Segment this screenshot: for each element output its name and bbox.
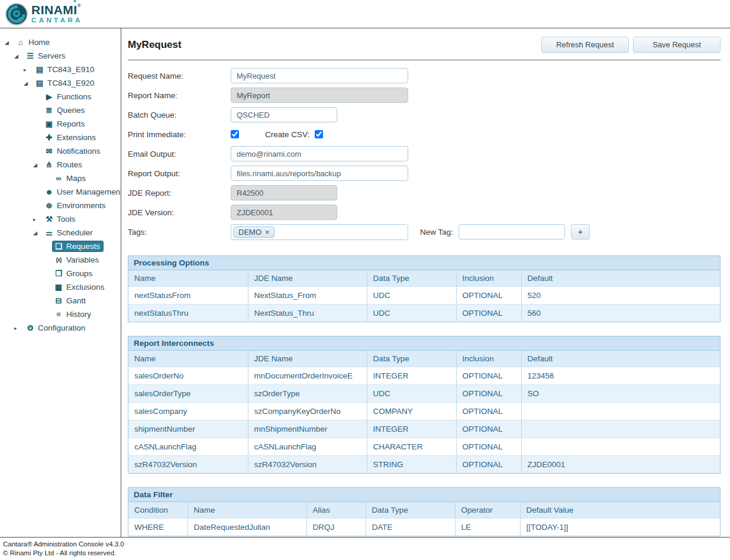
variables-icon: (x) — [53, 257, 64, 263]
sidebar-item-environments[interactable]: ⊕Environments — [0, 199, 121, 212]
table-cell: OPTIONAL — [456, 456, 521, 474]
table-cell: mnShipmentNumber — [248, 420, 367, 438]
configuration-icon: ⚙ — [25, 323, 35, 332]
sidebar-item-configuration[interactable]: ▸⚙Configuration — [0, 321, 121, 335]
table-cell: salesOrderNo — [128, 367, 248, 385]
footer-version: Cantara® Administration Console v4.3.0 — [3, 540, 727, 549]
data-table: ConditionNameAliasData TypeOperatorDefau… — [128, 502, 720, 536]
column-header: Default Value — [520, 502, 720, 519]
refresh-request-button[interactable]: Refresh Request — [541, 37, 629, 53]
sidebar-item-history[interactable]: ≡History — [0, 307, 121, 321]
table-cell: UDC — [367, 287, 456, 305]
collapsed-arrow-icon[interactable]: ▸ — [14, 325, 24, 331]
table-cell: LE — [455, 519, 520, 536]
sidebar-item-label: Gantt — [66, 296, 86, 305]
print-immediate-checkbox[interactable] — [231, 130, 239, 138]
table-cell: cASNLaunchFlag — [248, 438, 367, 456]
sidebar-item-exclusions[interactable]: ▦Exclusions — [0, 280, 121, 294]
email-output-field[interactable] — [231, 146, 408, 161]
sidebar-item-label: Groups — [66, 269, 92, 278]
server-icon: ▤ — [34, 65, 45, 74]
sidebar-item-tc843-e920[interactable]: ◢▤TC843_E920 — [0, 76, 121, 90]
panel-title: Data Filter — [128, 488, 720, 502]
sidebar-item-gantt[interactable]: ⊟Gantt — [0, 294, 121, 307]
table-cell: SO — [521, 385, 720, 403]
sidebar-item-label: Home — [28, 38, 50, 47]
new-tag-field[interactable] — [458, 224, 565, 239]
table-cell: szR47032Version — [128, 456, 248, 474]
new-tag-label: New Tag: — [420, 228, 453, 237]
sidebar-item-label: Notifications — [57, 147, 101, 156]
sidebar-item-label: Requests — [66, 242, 100, 251]
create-csv-label: Create CSV: — [265, 130, 309, 139]
table-cell: szR47032Version — [248, 456, 367, 474]
report-output-field[interactable] — [231, 166, 408, 181]
tags-input[interactable]: DEMO× — [231, 224, 408, 240]
sidebar-item-reports[interactable]: ▣Reports — [0, 117, 121, 131]
table-cell: DRQJ — [306, 519, 366, 536]
table-cell: OPTIONAL — [456, 438, 521, 456]
expanded-arrow-icon[interactable]: ◢ — [5, 40, 14, 46]
sidebar-item-groups[interactable]: ❐Groups — [0, 267, 121, 280]
collapsed-arrow-icon[interactable]: ▸ — [33, 216, 43, 222]
sidebar-item-requests[interactable]: ❏Requests — [0, 239, 121, 253]
expanded-arrow-icon[interactable]: ◢ — [24, 80, 33, 86]
sidebar-item-scheduler[interactable]: ◢⚌Scheduler — [0, 226, 121, 239]
sidebar-item-label: Scheduler — [57, 228, 93, 237]
home-icon: ⌂ — [15, 38, 26, 47]
table-cell: DATE — [366, 519, 455, 536]
table-cell: COMPANY — [367, 403, 456, 420]
table-cell: OPTIONAL — [456, 420, 521, 438]
sidebar-item-label: Tools — [57, 215, 76, 224]
table-cell: OPTIONAL — [456, 367, 521, 385]
expanded-arrow-icon[interactable]: ◢ — [14, 53, 24, 59]
sidebar-item-tools[interactable]: ▸⚒Tools — [0, 212, 121, 226]
table-cell: shipmentNumber — [128, 420, 248, 438]
sidebar-item-variables[interactable]: (x)Variables — [0, 253, 121, 267]
table-row: salesOrderTypeszOrderTypeUDCOPTIONALSO — [128, 385, 720, 403]
panel-title: Report Interconnects — [128, 336, 720, 351]
request-name-field[interactable] — [231, 68, 408, 83]
report-name-label: Report Name: — [128, 91, 231, 100]
sidebar-item-extensions[interactable]: ✚Extensions — [0, 131, 121, 144]
server-icon: ▤ — [34, 79, 45, 88]
sidebar-item-home[interactable]: ◢⌂Home — [0, 35, 121, 49]
sidebar-item-maps[interactable]: ∞Maps — [0, 171, 121, 185]
table-cell: ZJDE0001 — [521, 456, 720, 474]
queries-icon: ≣ — [44, 106, 54, 115]
column-header: Operator — [455, 502, 520, 519]
sidebar-item-queries[interactable]: ≣Queries — [0, 103, 121, 117]
user-management-icon: ☻ — [44, 187, 54, 196]
collapsed-arrow-icon[interactable]: ▸ — [24, 67, 33, 73]
remove-tag-icon[interactable]: × — [265, 228, 270, 237]
tools-icon: ⚒ — [44, 215, 54, 224]
request-name-label: Request Name: — [128, 72, 231, 80]
sidebar-item-label: TC843_E920 — [47, 79, 95, 88]
servers-icon: ☰ — [25, 51, 35, 60]
table-cell: OPTIONAL — [456, 403, 521, 420]
expanded-arrow-icon[interactable]: ◢ — [33, 230, 43, 236]
column-header: Condition — [128, 502, 188, 519]
panel-title: Processing Options — [128, 256, 720, 270]
sidebar-item-user-management[interactable]: ☻User Management — [0, 185, 121, 199]
sidebar-item-label: Maps — [66, 174, 86, 183]
table-cell — [521, 403, 720, 420]
batch-queue-field[interactable] — [231, 107, 337, 122]
sidebar-item-notifications[interactable]: ✉Notifications — [0, 144, 121, 158]
add-tag-button[interactable]: + — [571, 224, 590, 239]
table-cell: mnDocumentOrderInvoiceE — [248, 367, 367, 385]
sidebar-item-routes[interactable]: ◢⋔Routes — [0, 158, 121, 171]
brand-text: RINAMI — [31, 3, 77, 17]
sidebar-item-functions[interactable]: ▶Functions — [0, 90, 121, 103]
sidebar-item-label: Servers — [38, 51, 66, 60]
batch-queue-label: Batch Queue: — [128, 111, 231, 119]
create-csv-checkbox[interactable] — [315, 130, 323, 138]
table-cell: cASNLaunchFlag — [128, 438, 248, 456]
sidebar-item-servers[interactable]: ◢☰Servers — [0, 49, 121, 63]
save-request-button[interactable]: Save Request — [633, 37, 721, 53]
table-row: nextStatusThruNextStatus_ThruUDCOPTIONAL… — [128, 305, 720, 322]
table-row: szR47032VersionszR47032VersionSTRINGOPTI… — [128, 456, 720, 474]
panel-report-interconnects: Report InterconnectsNameJDE NameData Typ… — [128, 336, 721, 474]
sidebar-item-tc843-e910[interactable]: ▸▤TC843_E910 — [0, 63, 121, 76]
expanded-arrow-icon[interactable]: ◢ — [33, 162, 43, 168]
